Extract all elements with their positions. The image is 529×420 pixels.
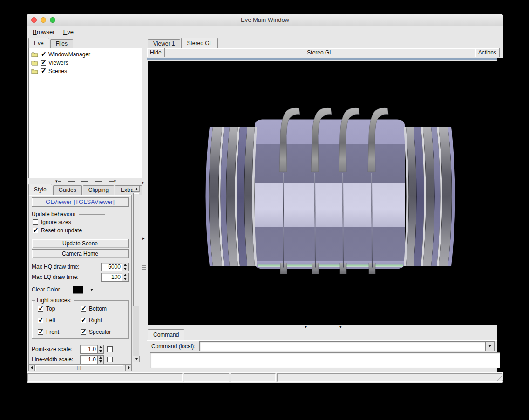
update-scene-button[interactable]: Update Scene [32,239,129,248]
tab-guides[interactable]: Guides [53,185,82,195]
line-width-label: Line-width scale: [32,356,80,363]
scroll-left-icon[interactable] [28,365,35,371]
light-specular-checkbox[interactable] [81,329,86,335]
command-panel: Command (local): [147,340,497,352]
tab-command[interactable]: Command [148,329,184,340]
style-horizontal-scrollbar[interactable]: ||| [28,365,132,371]
viewer-title[interactable]: Stereo GL [164,48,475,57]
section-label: Update behaviour [32,211,76,217]
titlebar[interactable]: Eve Main Window [27,14,503,26]
selected-frame-strip [147,58,500,60]
menu-browser[interactable]: Browser [28,27,59,37]
light-front-option[interactable]: Front [37,328,80,336]
light-right-option[interactable]: Right [80,316,128,325]
spin-down-icon[interactable] [98,349,103,353]
light-right-checkbox[interactable] [81,318,86,323]
max-hq-spinner[interactable]: 5000 [101,263,129,271]
tab-eve[interactable]: Eve [28,38,49,48]
tree-item-label: Scenes [48,68,67,75]
scene-tree: WindowManager Viewers Scenes [28,48,142,178]
window-title: Eve Main Window [27,14,503,26]
combo-dropdown-button[interactable] [486,341,495,351]
viewer-toolbar: Hide Stereo GL Actions [147,48,500,57]
tree-item-windowmanager[interactable]: WindowManager [30,50,141,59]
ignore-sizes-option[interactable]: Ignore sizes [32,218,129,226]
folder-icon [31,68,38,74]
barrel-body [255,120,405,269]
desktop: Eve Main Window Browser Eve Eve Files Wi… [0,0,529,420]
max-lq-spinner[interactable]: 100 [101,273,129,282]
green-line [258,264,403,266]
tab-stereo-gl[interactable]: Stereo GL [181,38,218,48]
tab-files[interactable]: Files [50,39,73,48]
tree-checkbox[interactable] [41,60,46,66]
light-top-checkbox[interactable] [38,306,43,312]
reset-on-update-checkbox[interactable] [33,228,38,233]
tree-item-viewers[interactable]: Viewers [30,59,141,67]
scrollbar-thumb[interactable] [133,193,139,306]
scroll-up-icon[interactable] [133,185,140,192]
tree-item-label: Viewers [48,60,68,66]
light-bottom-option[interactable]: Bottom [80,305,128,313]
spin-up-icon[interactable] [122,273,128,278]
camera-home-button[interactable]: Camera Home [32,249,129,258]
right-endcap-rings [404,127,455,266]
folder-icon [31,52,38,57]
light-left-option[interactable]: Left [37,316,80,325]
vertical-splitter[interactable]: ▸ ▸ [142,38,147,371]
max-hq-label: Max HQ draw time: [32,264,101,270]
spin-down-icon[interactable] [122,277,128,281]
chevron-down-icon: ▾ [114,179,116,183]
viewer-tab-bar: Viewer 1 Stereo GL [148,38,219,48]
hide-button[interactable]: Hide [147,48,164,57]
scroll-down-icon[interactable] [133,356,140,362]
light-left-checkbox[interactable] [38,318,43,323]
spin-up-icon[interactable] [98,345,103,350]
clear-color-label: Clear Color [32,286,71,293]
resize-grip[interactable] [497,376,503,382]
command-input[interactable] [199,341,486,351]
light-front-checkbox[interactable] [38,329,43,335]
glviewer-button[interactable]: GLViewer [TGLSAViewer] [32,197,129,207]
tree-checkbox[interactable] [41,68,46,74]
light-specular-option[interactable]: Specular [80,328,128,336]
gl-command-splitter[interactable]: ▾ ▾ [147,325,500,329]
spin-up-icon[interactable] [122,263,128,267]
line-width-checkbox[interactable] [107,357,113,362]
command-combobox[interactable] [199,341,495,351]
tab-viewer-1[interactable]: Viewer 1 [148,39,180,48]
tab-clipping[interactable]: Clipping [83,185,114,195]
detector-barrel-scene [148,61,500,325]
style-panel: GLViewer [TGLSAViewer] Update behaviour … [28,195,132,365]
left-horizontal-splitter[interactable]: ▾ ▾ [55,179,116,183]
gl-viewport[interactable] [148,61,500,325]
status-cell [27,373,183,382]
max-lq-row: Max LQ draw time: 100 [32,272,129,282]
actions-button[interactable]: Actions [475,48,499,57]
line-width-spinner[interactable]: 1.0 [80,355,104,364]
menu-eve[interactable]: Eve [59,27,78,37]
color-dropdown-icon[interactable] [90,289,93,291]
light-top-option[interactable]: Top [37,305,80,313]
clear-color-swatch[interactable] [73,286,83,294]
scroll-right-icon[interactable] [125,365,132,371]
update-behaviour-section: Update behaviour [32,210,129,218]
point-size-label: Point-size scale: [32,346,80,352]
tab-style[interactable]: Style [28,184,52,195]
scrollbar-thumb[interactable]: ||| [35,365,123,371]
command-output[interactable] [150,352,500,368]
style-vertical-scrollbar[interactable] [133,185,140,362]
ignore-sizes-checkbox[interactable] [33,219,38,225]
reset-on-update-option[interactable]: Reset on update [32,226,129,235]
splitter-grip[interactable] [142,265,146,270]
point-size-checkbox[interactable] [107,346,113,352]
light-bottom-checkbox[interactable] [81,306,86,312]
tree-item-scenes[interactable]: Scenes [30,67,141,75]
spin-down-icon[interactable] [98,359,103,364]
tree-checkbox[interactable] [41,52,46,57]
status-bar [27,372,503,383]
chevron-down-icon [488,345,491,347]
spin-down-icon[interactable] [122,267,128,271]
spin-up-icon[interactable] [98,356,103,360]
point-size-spinner[interactable]: 1.0 [80,345,104,354]
